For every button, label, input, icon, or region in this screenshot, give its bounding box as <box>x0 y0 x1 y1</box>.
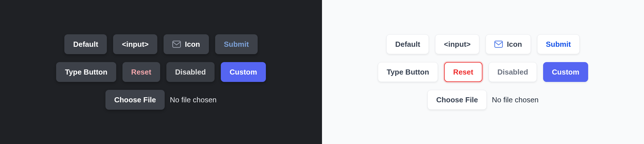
input-element-button[interactable]: <input> <box>435 34 479 54</box>
custom-button[interactable]: Custom <box>221 62 266 82</box>
file-input-group: Choose File No file chosen <box>427 90 539 110</box>
icon-button[interactable]: Icon <box>486 34 531 54</box>
button-row-3: Choose File No file chosen <box>14 90 308 110</box>
default-button[interactable]: Default <box>386 34 429 54</box>
disabled-button: Disabled <box>489 62 537 82</box>
icon-button-label: Icon <box>185 40 200 49</box>
type-button[interactable]: Type Button <box>56 62 116 82</box>
choose-file-button[interactable]: Choose File <box>105 90 165 110</box>
file-status-text: No file chosen <box>492 96 539 104</box>
submit-button[interactable]: Submit <box>537 34 580 54</box>
type-button[interactable]: Type Button <box>378 62 438 82</box>
button-row-2: Type Button Reset Disabled Custom <box>336 62 630 82</box>
button-row-2: Type Button Reset Disabled Custom <box>14 62 308 82</box>
svg-rect-1 <box>495 41 503 48</box>
icon-button-label: Icon <box>507 40 522 49</box>
button-row-1: Default <input> Icon Submit <box>336 34 630 54</box>
input-element-button[interactable]: <input> <box>113 34 157 54</box>
button-row-1: Default <input> Icon Submit <box>14 34 308 54</box>
dark-theme-panel: Default <input> Icon Submit Type Button … <box>0 0 322 144</box>
disabled-button: Disabled <box>166 62 215 82</box>
button-row-3: Choose File No file chosen <box>336 90 630 110</box>
submit-button[interactable]: Submit <box>215 34 258 54</box>
file-status-text: No file chosen <box>170 96 217 104</box>
icon-button[interactable]: Icon <box>164 34 209 54</box>
custom-button[interactable]: Custom <box>543 62 588 82</box>
default-button[interactable]: Default <box>64 34 107 54</box>
mail-icon <box>172 41 181 48</box>
light-theme-panel: Default <input> Icon Submit Type Button … <box>322 0 644 144</box>
file-input-group: Choose File No file chosen <box>105 90 217 110</box>
reset-button[interactable]: Reset <box>122 62 160 82</box>
reset-button[interactable]: Reset <box>444 62 482 82</box>
svg-rect-0 <box>173 41 181 48</box>
choose-file-button[interactable]: Choose File <box>427 90 487 110</box>
mail-icon <box>494 41 503 48</box>
